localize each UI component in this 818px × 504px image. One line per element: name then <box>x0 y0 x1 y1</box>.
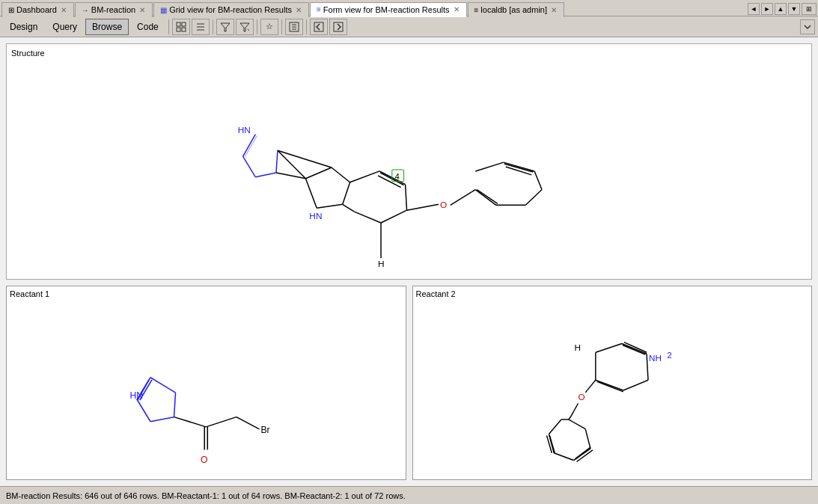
tab-nav-right[interactable]: ► <box>761 3 773 15</box>
hn-label-1: HN <box>238 125 251 135</box>
svg-line-17 <box>243 156 256 177</box>
svg-line-79 <box>585 429 590 449</box>
grid-view-tab-close[interactable]: ✕ <box>295 6 302 13</box>
svg-line-30 <box>406 185 407 211</box>
reactant1-molecule: HN O Br <box>10 301 403 476</box>
nav-next-icon <box>333 22 344 32</box>
main-content: Structure HN <box>0 37 818 486</box>
atom-number-4: 4 <box>395 172 400 181</box>
svg-line-24 <box>332 168 350 182</box>
toolbar-separator-3 <box>257 19 257 34</box>
dashboard-tab-close[interactable]: ✕ <box>60 6 67 13</box>
tab-dashboard[interactable]: ⊞ Dashboard ✕ <box>1 2 74 17</box>
svg-rect-3 <box>182 28 186 31</box>
list-icon-btn[interactable] <box>192 19 210 35</box>
tab-localdb[interactable]: ≡ localdb [as admin] ✕ <box>468 2 565 17</box>
list-icon <box>195 22 206 32</box>
expand-icon <box>803 22 812 31</box>
svg-rect-15 <box>334 22 343 31</box>
expand-btn[interactable] <box>800 19 815 34</box>
svg-line-43 <box>525 190 542 206</box>
tab-menu-btn[interactable]: ⊞ <box>802 3 817 15</box>
filter2-icon-btn[interactable] <box>236 19 254 35</box>
svg-line-64 <box>595 344 621 353</box>
reactant2-molecule: H NH 2 O <box>416 301 809 476</box>
r2-nh2-label: NH <box>649 353 662 363</box>
tab-bm-reaction[interactable]: → BM-reaction ✕ <box>75 2 153 17</box>
toolbar-separator-5 <box>306 19 307 34</box>
svg-line-23 <box>305 168 332 179</box>
action-icon-btn[interactable] <box>285 19 303 35</box>
grid-icon <box>176 22 186 32</box>
form-view-tab-label: Form view for BM-reaction Results <box>323 5 450 14</box>
structure-panel: Structure HN <box>6 43 812 280</box>
tab-nav-buttons: ◄ ► ▲ ▼ ⊞ <box>748 3 817 15</box>
reactant1-label: Reactant 1 <box>10 289 403 298</box>
svg-line-73 <box>585 380 596 393</box>
structure-label: Structure <box>11 49 807 58</box>
r1-br-label: Br <box>261 425 270 435</box>
svg-line-53 <box>138 400 150 421</box>
svg-line-59 <box>174 417 207 427</box>
svg-line-40 <box>475 162 503 171</box>
localdb-tab-close[interactable]: ✕ <box>550 6 558 13</box>
svg-line-80 <box>568 420 584 429</box>
tab-grid-view[interactable]: ▦ Grid view for BM-reaction Results ✕ <box>153 2 309 17</box>
toolbar-separator-1 <box>168 19 169 34</box>
query-button[interactable]: Query <box>46 19 84 35</box>
tab-bar: ⊞ Dashboard ✕ → BM-reaction ✕ ▦ Grid vie… <box>0 0 818 16</box>
form-view-tab-icon: ≡ <box>317 5 321 13</box>
tab-nav-up[interactable]: ▲ <box>775 3 787 15</box>
grid-view-tab-icon: ▦ <box>160 6 167 14</box>
filter2-icon <box>239 22 250 32</box>
nav-prev-icon <box>314 22 324 32</box>
svg-rect-2 <box>177 28 180 31</box>
reactant2-label: Reactant 2 <box>416 289 809 298</box>
svg-line-32 <box>355 212 382 223</box>
r2-h-label: H <box>574 342 580 352</box>
svg-line-25 <box>343 182 350 205</box>
svg-line-9 <box>248 29 249 31</box>
filter-icon-btn[interactable] <box>216 19 234 35</box>
code-button[interactable]: Code <box>130 19 165 35</box>
tab-form-view[interactable]: ≡ Form view for BM-reaction Results ✕ <box>310 2 467 17</box>
dashboard-tab-label: Dashboard <box>16 5 57 14</box>
bm-reaction-tab-close[interactable]: ✕ <box>138 6 146 13</box>
bm-reaction-tab-label: BM-reaction <box>91 5 135 14</box>
tab-nav-down[interactable]: ▼ <box>788 3 800 15</box>
nav-next-btn[interactable] <box>329 19 347 35</box>
nav-prev-btn[interactable] <box>310 19 328 35</box>
svg-line-19 <box>276 150 278 173</box>
localdb-tab-label: localdb [as admin] <box>480 5 547 14</box>
svg-line-18 <box>255 173 276 177</box>
action-icon <box>289 22 299 32</box>
browse-button[interactable]: Browse <box>85 19 129 35</box>
svg-line-75 <box>549 420 561 434</box>
grid-icon-btn[interactable] <box>172 19 190 35</box>
svg-line-20 <box>245 136 257 157</box>
svg-line-38 <box>451 192 472 206</box>
svg-line-45 <box>475 190 496 206</box>
svg-line-66 <box>647 354 648 380</box>
toolbar-separator-2 <box>213 19 213 34</box>
structure-molecule: HN HN <box>11 61 807 274</box>
svg-line-67 <box>623 380 647 390</box>
svg-line-28 <box>350 171 379 182</box>
star-icon-btn[interactable]: ☆ <box>260 19 278 35</box>
svg-line-42 <box>534 171 542 190</box>
svg-line-41 <box>504 162 534 171</box>
filter-icon <box>220 22 231 32</box>
localdb-tab-icon: ≡ <box>474 6 479 14</box>
form-view-tab-close[interactable]: ✕ <box>453 6 460 13</box>
svg-line-33 <box>343 204 355 212</box>
tab-nav-left[interactable]: ◄ <box>748 3 760 15</box>
oxygen-label: O <box>440 200 447 210</box>
svg-line-27 <box>305 179 317 208</box>
svg-rect-1 <box>182 22 186 26</box>
svg-line-60 <box>206 417 236 427</box>
svg-line-65 <box>621 344 646 354</box>
svg-line-72 <box>596 381 623 392</box>
svg-line-16 <box>243 135 256 157</box>
design-button[interactable]: Design <box>3 19 44 35</box>
svg-line-68 <box>595 380 623 390</box>
